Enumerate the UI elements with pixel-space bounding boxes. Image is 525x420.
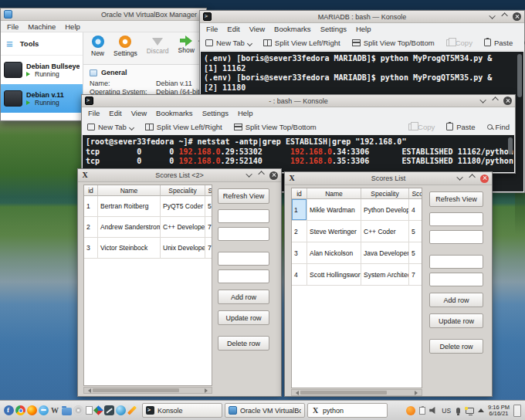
refresh-view-button[interactable]: Refresh View [218,188,269,204]
column-header-score[interactable]: Score [205,185,212,196]
menu-view[interactable]: View [245,25,269,33]
menu-settings[interactable]: Settings [198,109,233,117]
disc-icon[interactable] [73,405,83,415]
scroll-left-icon[interactable] [293,391,299,395]
table-cell[interactable]: Scott Hollingsworth [307,264,361,286]
table-cell[interactable]: Java Developer [361,242,409,264]
table-cell[interactable]: 2 [292,221,307,242]
table-cell[interactable]: 5 [205,196,212,217]
vbox-tools-item[interactable]: Tools [1,32,83,56]
vm-list-item[interactable]: Debian BullseyeRunning [1,56,83,84]
close-button[interactable] [480,174,489,183]
table-cell[interactable]: Alan Nickolson [307,242,361,264]
keyboard-layout-indicator[interactable]: US [442,407,451,415]
menu-edit[interactable]: Edit [104,109,126,117]
column-header-id[interactable]: id [292,188,307,199]
maximize-button[interactable] [500,12,510,22]
table-cell[interactable]: 3 [292,242,307,264]
table-cell[interactable]: Python Developer [361,199,409,221]
update-row-button[interactable]: Update row [218,310,269,325]
discard-vm-button[interactable]: Discard [147,36,169,55]
horizontal-scrollbar[interactable] [291,389,422,396]
clock[interactable]: 9:16 PM 6/16/21 [488,405,510,417]
document-icon[interactable] [86,406,93,415]
minimize-button[interactable] [488,12,498,22]
scores1-titlebar[interactable]: Scores List <2> [78,169,281,182]
delete-row-button[interactable]: Delete row [429,339,483,354]
settings-vm-button[interactable]: Settings [113,36,137,57]
menu-bookmarks[interactable]: Bookmarks [269,25,316,33]
table-cell[interactable]: 2 [84,217,98,238]
score-input[interactable] [218,269,269,283]
microphone-icon[interactable] [456,408,460,414]
boxes-icon[interactable] [93,405,103,415]
pencil-icon[interactable] [127,405,137,415]
name-input[interactable] [218,227,269,241]
scrollbar-handle[interactable] [517,54,522,97]
file-manager-icon[interactable] [62,408,72,415]
delete-row-button[interactable]: Delete row [218,336,269,351]
show-vm-button[interactable]: Show [178,36,195,54]
table-cell[interactable]: Mikle Wardman [307,199,361,221]
copy-button[interactable]: Copy [446,39,472,47]
menu-file[interactable]: File [83,109,104,117]
speciality-input[interactable] [429,255,483,269]
new-vm-button[interactable]: New [91,36,104,57]
column-header-score[interactable]: Score [409,188,422,199]
vm-list-item[interactable]: Debian v.11Running [1,84,83,113]
terminal-area[interactable]: [root@sever33fedora ~]# netstat -antp|gr… [83,135,514,172]
column-header-speciality[interactable]: Speciality [161,185,205,196]
close-button[interactable] [269,171,278,180]
scrollbar-handle[interactable] [300,391,387,395]
table-cell[interactable]: 7 [205,238,212,259]
editor-icon[interactable] [104,405,114,415]
table-cell[interactable]: 5 [409,242,422,264]
konsole2-titlebar[interactable]: - : bash — Konsole [82,95,515,107]
new-tab-button[interactable]: New Tab [87,123,134,131]
table-cell[interactable]: System Architect [361,264,409,286]
table-cell[interactable]: Victor Steinbock [98,238,161,259]
clipboard-icon[interactable] [419,407,425,415]
table-cell[interactable]: C++ Developer [161,217,205,238]
update-row-button[interactable]: Update row [429,313,483,328]
menu-bookmarks[interactable]: Bookmarks [151,109,198,117]
minimize-button[interactable] [245,171,255,181]
taskbar-task-konsole[interactable]: Konsole [142,403,222,418]
column-header-id[interactable]: id [84,185,98,196]
browser-sphere-icon[interactable] [116,405,126,415]
split-view-top-bottom-button[interactable]: Split View Top/Bottom [234,123,317,131]
speciality-input[interactable] [218,252,269,266]
menu-edit[interactable]: Edit [222,25,244,33]
table-cell[interactable]: 5 [409,221,422,242]
scores2-titlebar[interactable]: Scores List [285,172,492,185]
menu-machine[interactable]: Machine [23,22,60,31]
split-view-left-right-button[interactable]: Split View Left/Right [145,123,222,131]
terminal-scrollbar[interactable] [517,54,522,189]
messenger-icon[interactable] [39,405,49,415]
new-tab-button[interactable]: New Tab [205,39,252,47]
vm-app-icon[interactable] [50,405,60,415]
split-view-left-right-button[interactable]: Split View Left/Right [263,39,340,47]
close-button[interactable] [503,97,512,105]
scroll-left-icon[interactable] [86,388,91,393]
menu-help[interactable]: Help [233,109,258,117]
table-cell[interactable]: PyQT5 Coder [161,196,205,217]
virtualbox-titlebar[interactable]: Oracle VM VirtualBox Manager [1,8,206,21]
scrollbar-handle[interactable] [93,388,179,392]
table-cell[interactable]: 4 [409,199,422,221]
copy-button[interactable]: Copy [408,123,435,131]
volume-icon[interactable] [429,406,438,415]
maximize-button[interactable] [491,96,501,106]
konsole1-titlebar[interactable]: MARIADB : bash — Konsole [200,11,524,23]
network-icon[interactable] [466,408,474,414]
menu-file[interactable]: File [202,25,222,33]
table-cell[interactable]: Steve Wertinger [307,221,361,242]
horizontal-scrollbar[interactable] [83,387,212,394]
menu-help[interactable]: Help [60,22,85,31]
table-cell[interactable]: Unix Developer [161,238,205,259]
column-header-name[interactable]: Name [98,185,161,196]
terminal-scrollbar[interactable] [508,137,513,170]
firefox-icon[interactable] [27,405,37,415]
taskbar-task-vbox[interactable]: Oracle VM VirtualBox [225,403,305,418]
chrome-icon[interactable] [15,405,25,415]
